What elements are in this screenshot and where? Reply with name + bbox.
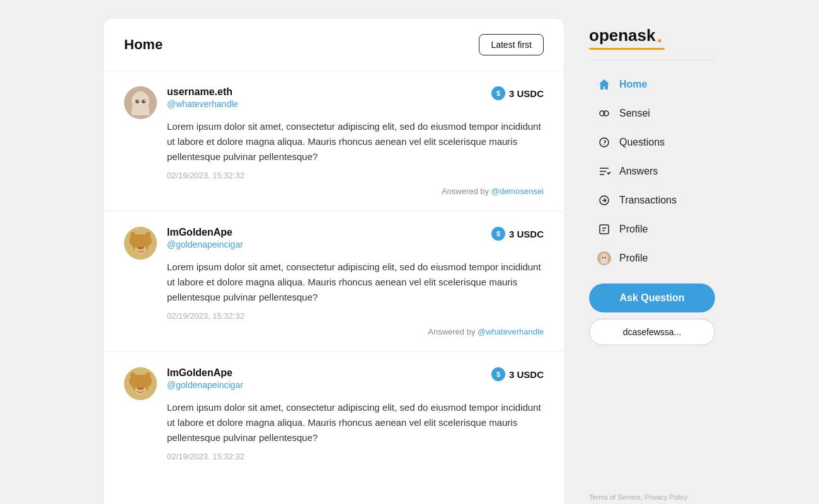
logo-underline [589,48,665,50]
avatar-icon [597,251,612,266]
sidebar-item-questions[interactable]: Questions [589,129,715,156]
sidebar-item-transactions[interactable]: Transactions [589,186,715,214]
sort-button[interactable]: Latest first [479,34,544,55]
feed-answered: Answered by @whateverhandle [167,327,544,336]
ghost-avatar-svg [124,86,157,119]
feed-user-info: ImGoldenApe @goldenapeincigar [167,367,243,390]
sidebar-item-label: Answers [619,166,658,177]
feed-text: Lorem ipsum dolor sit amet, consectetur … [167,400,544,445]
main-panel: Home Latest first [104,19,564,504]
feed: username.eth @whateverhandle $ 3 USDC Lo… [104,71,564,483]
avatar [124,86,157,119]
sidebar: openask. Home Sens [589,13,715,504]
sidebar-item-label: Questions [619,137,665,148]
sensei-icon [597,106,612,121]
sidebar-footer: Terms of Service, Privacy Policy © 2023 … [589,479,715,504]
feed-usdc: $ 3 USDC [491,86,544,100]
ape-avatar-svg-2 [124,367,157,400]
svg-point-6 [137,100,139,101]
feed-user-row: username.eth @whateverhandle $ 3 USDC [167,86,544,109]
feed-username: ImGoldenApe [167,227,243,238]
sidebar-item-profile2[interactable]: Profile [589,244,715,272]
profile-icon [597,222,612,237]
feed-amount: 3 USDC [509,88,544,99]
feed-user-row: ImGoldenApe @goldenapeincigar $ 3 USDC [167,367,544,390]
feed-handle[interactable]: @goldenapeincigar [167,239,243,249]
feed-item: ImGoldenApe @goldenapeincigar $ 3 USDC L… [104,212,564,352]
feed-handle[interactable]: @goldenapeincigar [167,380,243,390]
page-title: Home [124,37,163,53]
main-header: Home Latest first [104,19,564,71]
svg-point-38 [602,257,604,258]
sidebar-item-profile1[interactable]: Profile [589,215,715,243]
feed-amount: 3 USDC [509,229,544,239]
feed-text: Lorem ipsum dolor sit amet, consectetur … [167,260,544,305]
svg-point-31 [604,111,609,116]
feed-timestamp: 02/19/2023, 15:32:32 [167,452,544,461]
sidebar-item-label: Profile [619,253,648,264]
sidebar-item-label: Profile [619,224,648,235]
feed-meta: username.eth @whateverhandle $ 3 USDC [167,86,544,112]
svg-point-32 [600,138,609,147]
logo-dot: . [657,25,663,45]
questions-icon [597,135,612,150]
sidebar-item-answers[interactable]: Answers [589,158,715,185]
sidebar-item-label: Home [619,79,647,90]
sidebar-divider [589,60,715,60]
svg-point-39 [605,257,606,258]
wallet-button[interactable]: dcasefewssa... [589,319,715,345]
feed-body: Lorem ipsum dolor sit amet, consectetur … [167,119,544,196]
usdc-icon: $ [491,86,505,100]
sidebar-logo: openask. [589,25,715,45]
ask-question-button[interactable]: Ask Question [589,284,715,312]
page-wrapper: Home Latest first [0,13,819,504]
feed-top: ImGoldenApe @goldenapeincigar $ 3 USDC [124,227,544,260]
feed-usdc: $ 3 USDC [491,367,544,381]
feed-timestamp: 02/19/2023, 15:32:32 [167,171,544,180]
terms-link[interactable]: Terms of Service [589,493,641,501]
feed-username: username.eth [167,86,238,98]
privacy-link[interactable]: Privacy Policy [644,493,687,501]
feed-timestamp: 02/19/2023, 15:32:32 [167,311,544,321]
feed-text: Lorem ipsum dolor sit amet, consectetur … [167,119,544,164]
feed-top: username.eth @whateverhandle $ 3 USDC [124,86,544,119]
sidebar-item-label: Sensei [619,108,650,119]
feed-user-info: ImGoldenApe @goldenapeincigar [167,227,243,249]
svg-point-5 [142,100,146,103]
feed-answered-link[interactable]: @demosensei [491,186,544,196]
ape-avatar-svg [124,227,157,260]
svg-point-37 [600,259,608,264]
logo-text: openask [589,26,656,45]
feed-body: Lorem ipsum dolor sit amet, consectetur … [167,400,544,461]
svg-point-4 [135,100,139,103]
svg-point-7 [144,100,145,101]
usdc-icon: $ [491,227,505,241]
usdc-icon: $ [491,367,505,381]
feed-handle[interactable]: @whateverhandle [167,99,238,109]
feed-usdc: $ 3 USDC [491,227,544,241]
feed-meta: ImGoldenApe @goldenapeincigar $ 3 USDC [167,227,544,252]
feed-amount: 3 USDC [509,369,544,380]
footer-links: Terms of Service, Privacy Policy [589,491,715,504]
feed-user-row: ImGoldenApe @goldenapeincigar $ 3 USDC [167,227,544,249]
feed-answered-link[interactable]: @whateverhandle [478,327,544,336]
feed-item: ImGoldenApe @goldenapeincigar $ 3 USDC L… [104,352,564,483]
answers-icon [597,164,612,179]
sidebar-item-home[interactable]: Home [589,71,715,98]
home-icon [597,77,612,92]
feed-top: ImGoldenApe @goldenapeincigar $ 3 USDC [124,367,544,400]
feed-item: username.eth @whateverhandle $ 3 USDC Lo… [104,71,564,212]
sidebar-item-label: Transactions [619,195,677,206]
sidebar-item-sensei[interactable]: Sensei [589,100,715,127]
sidebar-nav: Home Sensei Questions [589,71,715,273]
avatar [124,227,157,260]
svg-rect-34 [600,225,609,234]
feed-meta: ImGoldenApe @goldenapeincigar $ 3 USDC [167,367,544,392]
feed-user-info: username.eth @whateverhandle [167,86,238,109]
avatar [124,367,157,400]
transactions-icon [597,193,612,208]
feed-username: ImGoldenApe [167,367,243,379]
feed-body: Lorem ipsum dolor sit amet, consectetur … [167,260,544,336]
feed-answered: Answered by @demosensei [167,186,544,196]
